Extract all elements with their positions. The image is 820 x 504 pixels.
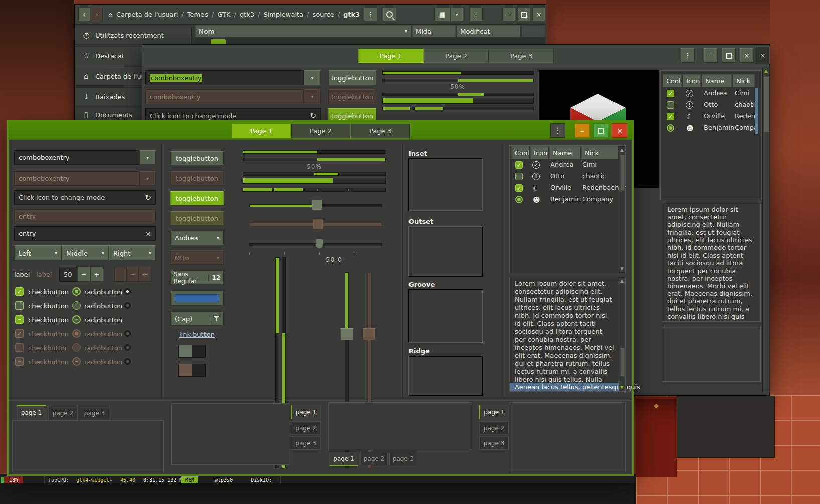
mode-entry[interactable]: Click icon to change mode↻ bbox=[14, 190, 156, 205]
bg-th-cool[interactable]: Cool bbox=[663, 74, 682, 87]
scroll-up-icon[interactable]: ▲ bbox=[763, 67, 769, 74]
scrollbar-thumb[interactable] bbox=[620, 348, 625, 377]
mini-radio[interactable] bbox=[124, 288, 131, 295]
bg-row-check[interactable]: ✓ bbox=[667, 90, 674, 97]
bg-textview[interactable]: Lorem ipsum dolor sit amet, consectetur … bbox=[663, 203, 761, 322]
behind-window-close-button[interactable]: × bbox=[756, 46, 770, 64]
refresh-icon[interactable]: ↻ bbox=[145, 193, 151, 202]
bg-th-nick[interactable]: Nick bbox=[733, 74, 755, 87]
notebook-a-tab-3[interactable]: page 3 bbox=[80, 406, 109, 420]
breadcrumb[interactable]: ⌂ Carpeta de l'usuari / Temes / GTK / gt… bbox=[108, 8, 360, 21]
notebook-b-tab-3[interactable]: page 3 bbox=[291, 436, 321, 450]
th-icon[interactable]: Icon bbox=[530, 146, 548, 159]
notebook-c-tab-1[interactable]: page 1 bbox=[329, 452, 358, 466]
tab-page2[interactable]: Page 2 bbox=[291, 124, 350, 138]
row-check[interactable] bbox=[515, 173, 523, 180]
bg-th-icon[interactable]: Icon bbox=[683, 74, 701, 87]
fm-menu2-button[interactable]: ⋮ bbox=[469, 8, 483, 21]
checkbutton-checked[interactable]: ✓ bbox=[15, 287, 24, 296]
notebook-c-tab-2[interactable]: page 2 bbox=[360, 452, 388, 465]
notebook-d-tab-2[interactable]: page 2 bbox=[479, 421, 509, 435]
clear-icon[interactable]: × bbox=[145, 230, 151, 238]
bg-tab-page1[interactable]: Page 1 bbox=[358, 49, 424, 63]
scroll-up-icon[interactable]: ▲ bbox=[619, 147, 625, 153]
scroll-up-icon[interactable]: ▲ bbox=[619, 278, 625, 284]
breadcrumb-home[interactable]: Carpeta de l'usuari bbox=[116, 11, 178, 18]
checkbutton-unchecked[interactable] bbox=[15, 301, 24, 310]
radiobutton-label[interactable]: radiobutton bbox=[84, 301, 122, 310]
notebook-d-tab-1[interactable]: page 1 bbox=[479, 405, 509, 419]
fm-view-dropdown-button[interactable]: ▾ bbox=[450, 8, 463, 21]
fm-minimize-button[interactable]: – bbox=[502, 8, 515, 21]
scale-handle[interactable] bbox=[312, 200, 322, 210]
color-button[interactable] bbox=[170, 291, 224, 306]
notebook-a-tab-2[interactable]: page 2 bbox=[48, 406, 78, 420]
refresh-icon[interactable]: ↻ bbox=[310, 111, 316, 120]
spinbutton-value[interactable]: 50 bbox=[59, 267, 77, 282]
spin-plus-button[interactable]: + bbox=[90, 267, 103, 282]
menu-button[interactable]: ⋮ bbox=[550, 123, 565, 138]
bg-tab-page3[interactable]: Page 3 bbox=[489, 49, 554, 63]
togglebutton[interactable]: togglebutton bbox=[170, 151, 224, 165]
vertical-scale-handle[interactable] bbox=[340, 328, 353, 340]
fm-view-grid-button[interactable]: ▦ bbox=[434, 8, 450, 21]
bg-combo-caret-button[interactable]: ▾ bbox=[304, 70, 321, 85]
row-radio[interactable] bbox=[515, 196, 523, 203]
checkbutton-indeterminate[interactable]: – bbox=[15, 315, 24, 324]
comboboxentry[interactable]: comboboxentry bbox=[14, 150, 139, 165]
fm-close-button[interactable]: × bbox=[532, 8, 545, 21]
link-button[interactable]: link button bbox=[170, 330, 224, 339]
row-check[interactable]: ✓ bbox=[515, 184, 523, 192]
th-cool[interactable]: Cool bbox=[511, 146, 529, 159]
radiobutton-unselected[interactable] bbox=[72, 301, 81, 310]
font-button[interactable]: Sans Regular 12 bbox=[170, 271, 224, 285]
fm-menu-button[interactable]: ⋮ bbox=[364, 8, 377, 21]
column-header-nom[interactable]: Nom▾ bbox=[195, 25, 411, 37]
scrollbar-thumb[interactable] bbox=[620, 155, 625, 191]
checkbutton-label[interactable]: checkbutton bbox=[28, 287, 69, 296]
bg-maximize-button[interactable] bbox=[722, 48, 736, 63]
notebook-d-tab-3[interactable]: page 3 bbox=[479, 436, 509, 450]
radiobutton-label[interactable]: radiobutton bbox=[84, 315, 122, 324]
bg-close-button[interactable]: × bbox=[740, 48, 754, 63]
textview-selected-line[interactable]: Aenean lacus tellus, pellentesque quis bbox=[510, 383, 619, 391]
fm-search-button[interactable] bbox=[383, 8, 396, 21]
breadcrumb-item[interactable]: GTK bbox=[217, 11, 230, 18]
notebook-c-tab-3[interactable]: page 3 bbox=[389, 452, 417, 465]
radiobutton-indeterminate[interactable]: – bbox=[72, 315, 81, 324]
scale-pin-handle[interactable] bbox=[315, 239, 323, 249]
table-scrollbar[interactable]: ▲ ▼ bbox=[619, 146, 625, 273]
combobox-name[interactable]: Andrea▾ bbox=[170, 231, 224, 245]
scrollbar-thumb[interactable] bbox=[764, 76, 769, 132]
bg-table-scrollbar[interactable] bbox=[755, 88, 758, 134]
bg-togglebutton[interactable]: togglebutton bbox=[328, 70, 376, 85]
tab-page3[interactable]: Page 3 bbox=[351, 124, 410, 138]
file-chooser-button[interactable]: (Cap) ↑ bbox=[170, 312, 224, 326]
bg-menu-button[interactable]: ⋮ bbox=[681, 48, 695, 63]
bg-row-check[interactable] bbox=[667, 101, 674, 109]
radiobutton-selected[interactable] bbox=[72, 287, 81, 296]
breadcrumb-item[interactable]: Simplewaita bbox=[263, 11, 303, 18]
column-header-modificat[interactable]: Modificat bbox=[457, 25, 520, 37]
bg-scrollbar[interactable]: ▲ bbox=[762, 67, 770, 392]
bg-comboboxentry[interactable]: comboboxentry bbox=[145, 70, 304, 85]
minimize-button[interactable]: – bbox=[575, 123, 590, 138]
entry[interactable]: entry× bbox=[14, 226, 156, 241]
th-name[interactable]: Name bbox=[549, 146, 580, 159]
column-header-mida[interactable]: Mida bbox=[412, 25, 456, 37]
bg-tab-page2[interactable]: Page 2 bbox=[424, 49, 489, 63]
notebook-a-tab-1[interactable]: page 1 bbox=[17, 405, 46, 420]
checkbutton-label[interactable]: checkbutton bbox=[28, 315, 69, 324]
th-nick[interactable]: Nick bbox=[581, 146, 618, 159]
tab-page1[interactable]: Page 1 bbox=[232, 124, 291, 138]
expander-swatch[interactable] bbox=[178, 345, 206, 358]
breadcrumb-current[interactable]: gtk3 bbox=[343, 11, 360, 18]
fm-maximize-button[interactable] bbox=[517, 8, 530, 21]
bg-minimize-button[interactable]: – bbox=[704, 48, 718, 63]
select-middle[interactable]: Middle▾ bbox=[62, 245, 109, 261]
combo-caret-button[interactable]: ▾ bbox=[139, 150, 156, 165]
notebook-b-tab-2[interactable]: page 2 bbox=[291, 421, 321, 435]
textview[interactable]: Lorem ipsum dolor sit amet, consectetur … bbox=[509, 277, 626, 392]
spin-minus-button[interactable]: − bbox=[77, 267, 90, 282]
breadcrumb-item[interactable]: Temes bbox=[187, 11, 208, 18]
